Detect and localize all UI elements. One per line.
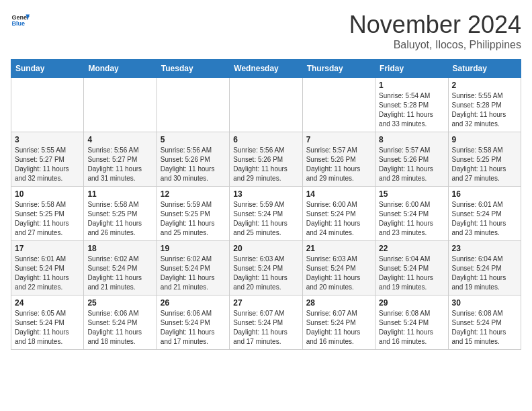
day-info: Sunrise: 6:03 AM Sunset: 5:24 PM Dayligh… (306, 255, 371, 292)
day-info: Sunrise: 6:00 AM Sunset: 5:24 PM Dayligh… (306, 200, 371, 238)
day-info: Sunrise: 6:06 AM Sunset: 5:24 PM Dayligh… (161, 309, 226, 347)
calendar-cell: 17Sunrise: 6:01 AM Sunset: 5:24 PM Dayli… (11, 241, 84, 295)
calendar-cell: 29Sunrise: 6:08 AM Sunset: 5:24 PM Dayli… (375, 295, 448, 350)
calendar-cell: 22Sunrise: 6:04 AM Sunset: 5:24 PM Dayli… (375, 241, 448, 295)
day-info: Sunrise: 5:58 AM Sunset: 5:25 PM Dayligh… (452, 146, 517, 183)
calendar-cell: 25Sunrise: 6:06 AM Sunset: 5:24 PM Dayli… (84, 295, 157, 350)
day-info: Sunrise: 6:06 AM Sunset: 5:24 PM Dayligh… (87, 309, 152, 347)
calendar-cell: 24Sunrise: 6:05 AM Sunset: 5:24 PM Dayli… (11, 295, 84, 350)
page-header: General Blue November 2024 Baluyot, Iloc… (11, 11, 521, 51)
day-info: Sunrise: 6:01 AM Sunset: 5:24 PM Dayligh… (15, 255, 80, 292)
day-number: 14 (306, 189, 371, 199)
day-number: 16 (452, 189, 517, 199)
day-number: 5 (161, 135, 226, 144)
day-number: 28 (306, 298, 371, 308)
calendar-cell: 16Sunrise: 6:01 AM Sunset: 5:24 PM Dayli… (448, 187, 521, 241)
calendar-cell: 12Sunrise: 5:59 AM Sunset: 5:25 PM Dayli… (157, 187, 229, 241)
day-info: Sunrise: 6:08 AM Sunset: 5:24 PM Dayligh… (379, 309, 444, 347)
day-number: 11 (87, 189, 152, 199)
weekday-header: Sunday (11, 60, 84, 78)
day-info: Sunrise: 6:08 AM Sunset: 5:24 PM Dayligh… (452, 309, 517, 347)
day-number: 30 (452, 298, 517, 308)
day-number: 4 (87, 135, 152, 144)
day-info: Sunrise: 5:55 AM Sunset: 5:28 PM Dayligh… (452, 91, 517, 129)
weekday-header: Thursday (302, 60, 375, 78)
calendar-cell: 11Sunrise: 5:58 AM Sunset: 5:25 PM Dayli… (84, 187, 157, 241)
weekday-header: Monday (84, 60, 157, 78)
day-number: 27 (233, 298, 298, 308)
calendar-cell: 28Sunrise: 6:07 AM Sunset: 5:24 PM Dayli… (302, 295, 375, 350)
weekday-header: Saturday (448, 60, 521, 78)
day-number: 9 (452, 135, 517, 144)
day-number: 21 (306, 244, 371, 253)
day-number: 3 (15, 135, 80, 144)
day-info: Sunrise: 5:56 AM Sunset: 5:26 PM Dayligh… (233, 146, 298, 183)
day-info: Sunrise: 5:56 AM Sunset: 5:26 PM Dayligh… (161, 146, 226, 183)
day-info: Sunrise: 6:04 AM Sunset: 5:24 PM Dayligh… (379, 255, 444, 292)
day-info: Sunrise: 6:07 AM Sunset: 5:24 PM Dayligh… (233, 309, 298, 347)
calendar-cell: 27Sunrise: 6:07 AM Sunset: 5:24 PM Dayli… (230, 295, 302, 350)
day-info: Sunrise: 6:02 AM Sunset: 5:24 PM Dayligh… (161, 255, 226, 292)
day-info: Sunrise: 6:04 AM Sunset: 5:24 PM Dayligh… (452, 255, 517, 292)
day-number: 19 (161, 244, 226, 253)
calendar-cell: 15Sunrise: 6:00 AM Sunset: 5:24 PM Dayli… (375, 187, 448, 241)
weekday-header: Wednesday (230, 60, 302, 78)
day-info: Sunrise: 6:03 AM Sunset: 5:24 PM Dayligh… (233, 255, 298, 292)
calendar-cell: 7Sunrise: 5:57 AM Sunset: 5:26 PM Daylig… (302, 132, 375, 187)
calendar-cell (230, 78, 302, 132)
logo-icon: General Blue (11, 11, 30, 30)
day-number: 12 (161, 189, 226, 199)
day-number: 29 (379, 298, 444, 308)
weekday-header: Tuesday (157, 60, 229, 78)
calendar-week-row: 10Sunrise: 5:58 AM Sunset: 5:25 PM Dayli… (11, 187, 521, 241)
calendar-cell: 23Sunrise: 6:04 AM Sunset: 5:24 PM Dayli… (448, 241, 521, 295)
day-number: 13 (233, 189, 298, 199)
calendar-cell: 2Sunrise: 5:55 AM Sunset: 5:28 PM Daylig… (448, 78, 521, 132)
day-number: 20 (233, 244, 298, 253)
calendar-cell (84, 78, 157, 132)
day-number: 25 (87, 298, 152, 308)
calendar-cell: 9Sunrise: 5:58 AM Sunset: 5:25 PM Daylig… (448, 132, 521, 187)
day-info: Sunrise: 5:59 AM Sunset: 5:25 PM Dayligh… (161, 200, 226, 238)
calendar-cell: 26Sunrise: 6:06 AM Sunset: 5:24 PM Dayli… (157, 295, 229, 350)
title-block: November 2024 Baluyot, Ilocos, Philippin… (349, 11, 521, 51)
day-number: 23 (452, 244, 517, 253)
month-title: November 2024 (349, 11, 521, 39)
weekday-header-row: SundayMondayTuesdayWednesdayThursdayFrid… (11, 60, 521, 78)
calendar-cell (302, 78, 375, 132)
day-number: 15 (379, 189, 444, 199)
day-number: 18 (87, 244, 152, 253)
day-number: 26 (161, 298, 226, 308)
calendar-cell (157, 78, 229, 132)
day-info: Sunrise: 6:05 AM Sunset: 5:24 PM Dayligh… (15, 309, 80, 347)
day-info: Sunrise: 5:59 AM Sunset: 5:24 PM Dayligh… (233, 200, 298, 238)
svg-text:Blue: Blue (11, 20, 25, 27)
day-number: 6 (233, 135, 298, 144)
day-info: Sunrise: 5:55 AM Sunset: 5:27 PM Dayligh… (15, 146, 80, 183)
calendar-cell: 19Sunrise: 6:02 AM Sunset: 5:24 PM Dayli… (157, 241, 229, 295)
day-info: Sunrise: 5:54 AM Sunset: 5:28 PM Dayligh… (379, 91, 444, 129)
calendar-cell: 21Sunrise: 6:03 AM Sunset: 5:24 PM Dayli… (302, 241, 375, 295)
calendar-cell: 14Sunrise: 6:00 AM Sunset: 5:24 PM Dayli… (302, 187, 375, 241)
calendar-week-row: 24Sunrise: 6:05 AM Sunset: 5:24 PM Dayli… (11, 295, 521, 350)
calendar-week-row: 1Sunrise: 5:54 AM Sunset: 5:28 PM Daylig… (11, 78, 521, 132)
calendar-cell (11, 78, 84, 132)
day-number: 17 (15, 244, 80, 253)
day-info: Sunrise: 5:57 AM Sunset: 5:26 PM Dayligh… (306, 146, 371, 183)
calendar-table: SundayMondayTuesdayWednesdayThursdayFrid… (11, 59, 521, 350)
day-info: Sunrise: 5:58 AM Sunset: 5:25 PM Dayligh… (87, 200, 152, 238)
day-info: Sunrise: 5:57 AM Sunset: 5:26 PM Dayligh… (379, 146, 444, 183)
calendar-cell: 13Sunrise: 5:59 AM Sunset: 5:24 PM Dayli… (230, 187, 302, 241)
day-info: Sunrise: 5:56 AM Sunset: 5:27 PM Dayligh… (87, 146, 152, 183)
location-title: Baluyot, Ilocos, Philippines (349, 39, 521, 51)
day-number: 1 (379, 81, 444, 90)
calendar-cell: 8Sunrise: 5:57 AM Sunset: 5:26 PM Daylig… (375, 132, 448, 187)
calendar-cell: 10Sunrise: 5:58 AM Sunset: 5:25 PM Dayli… (11, 187, 84, 241)
calendar-cell: 6Sunrise: 5:56 AM Sunset: 5:26 PM Daylig… (230, 132, 302, 187)
day-number: 24 (15, 298, 80, 308)
day-info: Sunrise: 6:00 AM Sunset: 5:24 PM Dayligh… (379, 200, 444, 238)
calendar-cell: 4Sunrise: 5:56 AM Sunset: 5:27 PM Daylig… (84, 132, 157, 187)
day-info: Sunrise: 6:02 AM Sunset: 5:24 PM Dayligh… (87, 255, 152, 292)
logo: General Blue (11, 11, 30, 30)
day-number: 10 (15, 189, 80, 199)
